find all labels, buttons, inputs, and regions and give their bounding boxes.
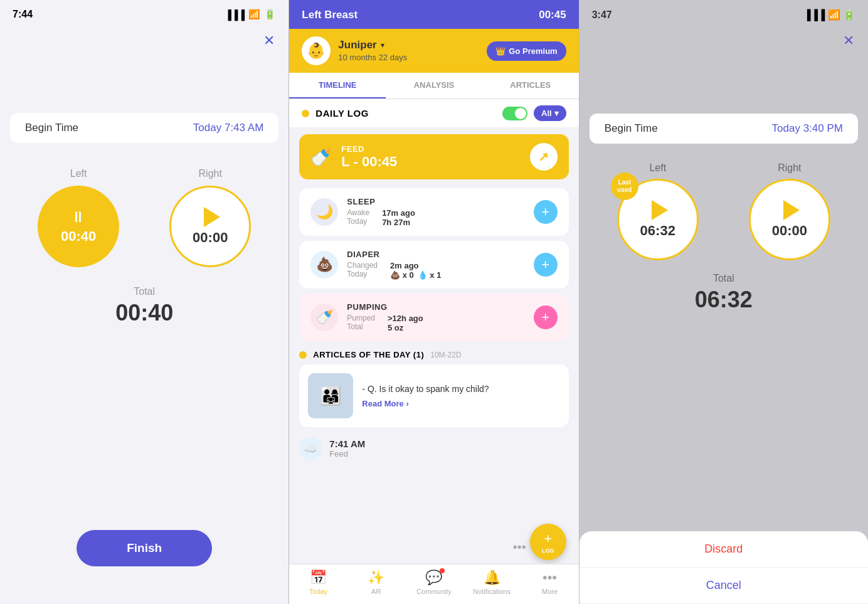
- fab-label: LOG: [542, 548, 554, 554]
- timeline-entry: ☁️ 7:41 AM Feed: [299, 437, 568, 460]
- tabs-row: TIMELINE ANALYSIS ARTICLES: [289, 73, 578, 99]
- sleep-entry-left: 🌙 SLEEP Awake Today 17m ago 7h 27m: [310, 197, 415, 227]
- daily-log-right: All ▾: [502, 105, 566, 121]
- signal-icon-right: ▐▐▐: [803, 9, 825, 20]
- time-entry-label: 7:41 AM: [329, 438, 365, 449]
- status-icons-right: ▐▐▐ 📶 🔋: [803, 9, 855, 21]
- daily-log-label: DAILY LOG: [315, 108, 369, 119]
- sleep-label: SLEEP: [347, 197, 415, 206]
- profile-info: Juniper ▾ 10 months 22 days: [338, 39, 407, 63]
- diaper-log-entry: 💩 DIAPER Changed Today 2m ago 💩 x 0 💧 x …: [299, 241, 568, 289]
- daily-log-left: DAILY LOG: [302, 108, 369, 119]
- diaper-pee: 💧 x 1: [418, 270, 442, 280]
- nav-notifications[interactable]: 🔔 Notifications: [473, 570, 511, 595]
- nav-more[interactable]: ••• More: [531, 570, 569, 595]
- sleep-icon-circle: 🌙: [310, 198, 338, 226]
- feed-card[interactable]: 🍼 FEED L - 00:45 ↗: [299, 134, 568, 179]
- diaper-status: Changed: [347, 261, 378, 270]
- diaper-icon-circle: 💩: [310, 251, 338, 278]
- fab-more-icon[interactable]: •••: [513, 540, 526, 554]
- battery-icon-right: 🔋: [843, 9, 855, 20]
- left-breast-label: Left: [70, 168, 87, 179]
- begin-time-value-left[interactable]: Today 7:43 AM: [193, 122, 263, 134]
- article-card[interactable]: 👨‍👩‍👧 - Q. Is it okay to spank my child?…: [299, 364, 568, 427]
- sleep-details: SLEEP Awake Today 17m ago 7h 27m: [347, 197, 415, 227]
- total-label-left: Total: [134, 286, 155, 297]
- pumping-left-col: Pumped Total: [347, 314, 375, 332]
- pump-icon: 🍼: [316, 309, 333, 326]
- tab-articles[interactable]: ARTICLES: [482, 73, 579, 98]
- nav-community[interactable]: 💬 Community: [415, 570, 453, 595]
- articles-title: ARTICLES OF THE DAY (1): [313, 350, 424, 359]
- articles-header: ARTICLES OF THE DAY (1) 10M-22D: [299, 350, 568, 359]
- total-label-right: Total: [713, 273, 734, 284]
- diaper-details: DIAPER Changed Today 2m ago 💩 x 0 💧 x 1: [347, 250, 441, 280]
- header-breast-title: Left Breast: [302, 9, 357, 21]
- panel-main-app: Left Breast 00:45 👶 Juniper ▾ 10 months …: [289, 0, 578, 604]
- right-timer-button[interactable]: 00:00: [169, 186, 251, 267]
- pumping-row: Pumped Total >12h ago 5 oz: [347, 314, 423, 332]
- total-section-right: Total 06:32: [580, 273, 868, 313]
- begin-time-label-left: Begin Time: [25, 122, 78, 134]
- header-timer-display: 00:45: [539, 9, 566, 21]
- diaper-poop: 💩 x 0: [390, 270, 414, 280]
- dropdown-arrow-icon[interactable]: ▾: [381, 41, 384, 50]
- pumping-add-button[interactable]: +: [534, 305, 558, 329]
- right-breast-label: Right: [199, 168, 222, 179]
- all-filter-button[interactable]: All ▾: [534, 105, 566, 121]
- finish-button[interactable]: Finish: [77, 530, 212, 566]
- more-icon: •••: [542, 570, 557, 586]
- sleep-add-button[interactable]: +: [534, 200, 558, 224]
- status-time-left: 7:44: [13, 9, 33, 20]
- log-fab-button[interactable]: + LOG: [530, 524, 566, 560]
- bottle-icon: 🍼: [310, 147, 332, 167]
- daily-log-toggle[interactable]: [502, 107, 527, 120]
- pause-icon-left: ⏸: [71, 208, 86, 226]
- pump-icon-circle: 🍼: [310, 304, 338, 331]
- premium-button[interactable]: 👑 Go Premium: [487, 41, 566, 61]
- play-icon-left-right: [652, 200, 668, 220]
- nav-today-label: Today: [309, 588, 327, 595]
- feed-arrow-button[interactable]: ↗: [530, 143, 558, 171]
- profile-name: Juniper: [338, 39, 376, 51]
- diaper-date: Today: [347, 270, 378, 278]
- close-button-right[interactable]: ✕: [843, 33, 854, 49]
- cancel-button[interactable]: Cancel: [580, 568, 868, 604]
- left-timer-button[interactable]: ⏸ 00:40: [38, 186, 119, 267]
- diaper-add-button[interactable]: +: [534, 253, 558, 277]
- breast-section-left: Left ⏸ 00:40 Right 00:00: [0, 168, 288, 267]
- pumping-entry-left: 🍼 PUMPING Pumped Total >12h ago 5 oz: [310, 302, 423, 332]
- bottom-navigation: 📅 Today ✨ AR 💬 Community 🔔 Notifications…: [289, 564, 578, 604]
- diaper-left-col: Changed Today: [347, 261, 378, 280]
- begin-time-value-right[interactable]: Today 3:40 PM: [772, 122, 843, 135]
- begin-time-row-right: Begin Time Today 3:40 PM: [590, 114, 858, 144]
- right-breast-item: Right 00:00: [169, 168, 251, 267]
- sleep-right-col: 17m ago 7h 27m: [382, 208, 415, 227]
- ar-icon: ✨: [368, 570, 384, 586]
- nav-today[interactable]: 📅 Today: [299, 570, 337, 595]
- discard-button[interactable]: Discard: [580, 531, 868, 568]
- tab-analysis[interactable]: ANALYSIS: [386, 73, 482, 98]
- avatar: 👶: [302, 36, 331, 65]
- nav-ar-label: AR: [371, 588, 381, 595]
- discard-modal: Discard Cancel: [580, 531, 868, 604]
- profile-bar: 👶 Juniper ▾ 10 months 22 days 👑 Go Premi…: [289, 29, 578, 73]
- nav-ar[interactable]: ✨ AR: [357, 570, 395, 595]
- read-more-button[interactable]: Read More ›: [362, 399, 559, 408]
- close-button-left[interactable]: ✕: [263, 33, 275, 49]
- pumping-date: Total: [347, 322, 375, 331]
- diaper-row: Changed Today 2m ago 💩 x 0 💧 x 1: [347, 261, 441, 280]
- diaper-label: DIAPER: [347, 250, 441, 259]
- arrow-icon: ↗: [538, 149, 549, 164]
- community-icon: 💬: [425, 570, 442, 586]
- diaper-icon: 💩: [316, 257, 333, 273]
- feed-label: FEED: [341, 144, 397, 154]
- diaper-right-col: 2m ago 💩 x 0 💧 x 1: [390, 261, 441, 280]
- panel-left-timer: 7:44 ▐▐▐ 📶 🔋 ✕ Begin Time Today 7:43 AM …: [0, 0, 288, 604]
- community-notification-dot: [440, 568, 445, 573]
- begin-time-label-right: Begin Time: [605, 122, 658, 135]
- sleep-status: Awake: [347, 208, 369, 217]
- tab-timeline[interactable]: TIMELINE: [289, 73, 386, 98]
- right-timer-button-right[interactable]: 00:00: [749, 179, 830, 260]
- articles-section: ARTICLES OF THE DAY (1) 10M-22D 👨‍👩‍👧 - …: [299, 350, 568, 427]
